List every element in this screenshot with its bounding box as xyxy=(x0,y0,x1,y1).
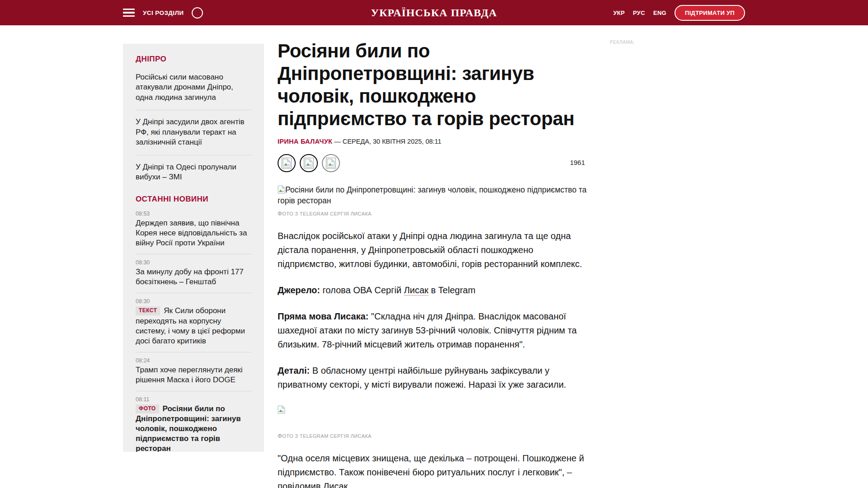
broken-image-icon xyxy=(282,158,292,169)
top-navigation-bar: УСІ РОЗДІЛИ УКРАЇНСЬКА ПРАВДА УКР РУС EN… xyxy=(0,0,868,25)
article-main-column: Росіяни били по Дніпропетровщині: загину… xyxy=(278,40,590,488)
quote-paragraph-2: "Одна оселя місцевих знищена, ще декільк… xyxy=(278,451,590,488)
quote-label: Пряма мова Лисака: xyxy=(278,311,368,321)
ad-placeholder-label: РЕКЛАМА: xyxy=(610,40,635,45)
hero-image-broken: Росіяни били по Дніпропетровщині: загину… xyxy=(278,185,590,217)
news-timestamp: 08:24 xyxy=(136,357,251,364)
topic-block-title[interactable]: ДНІПРО xyxy=(136,55,251,64)
share-twitter-button[interactable] xyxy=(300,154,318,172)
support-up-button[interactable]: ПІДТРИМАТИ УП xyxy=(675,5,745,21)
share-facebook-button[interactable] xyxy=(278,154,296,172)
topbar-left-group: УСІ РОЗДІЛИ xyxy=(123,7,203,19)
sidebar-topic-block: ДНІПРО Російські сили масовано атакували… xyxy=(123,44,264,202)
news-timestamp: 08:11 xyxy=(136,396,251,403)
photo-caption: ФОТО З TELEGRAM СЕРГІЯ ЛИСАКА xyxy=(278,432,590,439)
lang-eng-link[interactable]: ENG xyxy=(653,9,666,16)
article-byline: ІРИНА БАЛАЧУК — СЕРЕДА, 30 КВІТНЯ 2025, … xyxy=(278,138,590,145)
details-text: В обласному центрі найбільше руйнувань з… xyxy=(278,366,566,389)
article-title: Росіяни били по Дніпропетровщині: загину… xyxy=(278,40,590,130)
details-label: Деталі: xyxy=(278,366,310,375)
lang-rus-link[interactable]: РУС xyxy=(633,9,645,16)
broken-image-icon xyxy=(326,158,336,169)
view-count: 1961 xyxy=(570,159,585,166)
share-buttons-row: 1961 xyxy=(278,154,590,173)
broken-image-icon xyxy=(278,185,285,194)
news-link[interactable]: Держдеп заявив, що північна Корея несе в… xyxy=(136,218,251,248)
topbar-inner: УСІ РОЗДІЛИ УКРАЇНСЬКА ПРАВДА УКР РУС EN… xyxy=(123,0,745,25)
news-timestamp: 08:30 xyxy=(136,298,251,305)
topbar-right-group: УКР РУС ENG ПІДТРИМАТИ УП xyxy=(613,5,745,21)
latest-news-item: 08:30 ТЕКСТЯк Сили оборони переходять на… xyxy=(136,293,251,352)
latest-news-item: 08:11 ФОТОРосіяни били по Дніпропетровщи… xyxy=(136,391,251,452)
topic-news-link[interactable]: Російські сили масовано атакували дронам… xyxy=(136,66,251,110)
news-timestamp: 08:53 xyxy=(136,211,251,217)
site-logo[interactable]: УКРАЇНСЬКА ПРАВДА xyxy=(371,7,497,19)
photo-caption: ФОТО З TELEGRAM СЕРГІЯ ЛИСАКА xyxy=(278,210,590,217)
lysak-link[interactable]: Лисак xyxy=(404,285,428,296)
hero-alt-label: Росіяни били по Дніпропетровщині: загину… xyxy=(278,185,587,205)
latest-news-item: 08:30 За минулу добу на фронті 177 боєзі… xyxy=(136,254,251,293)
source-label: Джерело: xyxy=(278,285,320,295)
text-badge: ТЕКСТ xyxy=(136,306,160,315)
news-timestamp: 08:30 xyxy=(136,259,251,266)
share-telegram-button[interactable] xyxy=(322,154,340,172)
details-paragraph: Деталі: В обласному центрі найбільше руй… xyxy=(278,364,590,392)
source-text: голова ОВА Сергій xyxy=(320,285,404,295)
topic-news-link[interactable]: У Дніпрі засудили двох агентів РФ, які п… xyxy=(136,110,251,155)
publish-date: — СЕРЕДА, 30 КВІТНЯ 2025, 08:11 xyxy=(334,138,441,145)
all-sections-button[interactable]: УСІ РОЗДІЛИ xyxy=(143,9,184,16)
source-paragraph: Джерело: голова ОВА Сергій Лисак в Teleg… xyxy=(278,283,590,297)
inline-image-broken: ФОТО З TELEGRAM СЕРГІЯ ЛИСАКА xyxy=(278,405,590,439)
news-link[interactable]: За минулу добу на фронті 177 боєзіткнень… xyxy=(136,267,251,287)
article-body: Внаслідок російської атаки у Дніпрі одна… xyxy=(278,229,590,488)
latest-news-item: 08:24 Трамп хоче переглянути деякі рішен… xyxy=(136,352,251,391)
broken-image-icon xyxy=(278,405,285,414)
hamburger-menu-icon[interactable] xyxy=(123,9,135,17)
search-icon[interactable] xyxy=(192,7,203,19)
news-link[interactable]: ТЕКСТЯк Сили оборони переходять на корпу… xyxy=(136,306,251,346)
sidebar-latest-news-block: ОСТАННІ НОВИНИ 08:53 Держдеп заявив, що … xyxy=(123,184,264,452)
photo-badge: ФОТО xyxy=(136,404,159,413)
news-link[interactable]: Трамп хоче переглянути деякі рішення Мас… xyxy=(136,365,251,385)
latest-news-title[interactable]: ОСТАННІ НОВИНИ xyxy=(136,195,251,204)
lang-ukr-link[interactable]: УКР xyxy=(613,9,625,16)
paragraph: Внаслідок російської атаки у Дніпрі одна… xyxy=(278,229,590,271)
broken-image-icon xyxy=(304,158,314,169)
source-text-after: в Telegram xyxy=(429,285,476,295)
news-link-current-article[interactable]: ФОТОРосіяни били по Дніпропетровщині: за… xyxy=(136,404,251,452)
author-link[interactable]: ІРИНА БАЛАЧУК xyxy=(278,138,332,145)
latest-news-item: 08:53 Держдеп заявив, що північна Корея … xyxy=(136,206,251,254)
quote-paragraph: Пряма мова Лисака: "Складна ніч для Дніп… xyxy=(278,310,590,352)
hero-image-alt-text: Росіяни били по Дніпропетровщині: загину… xyxy=(278,185,590,206)
